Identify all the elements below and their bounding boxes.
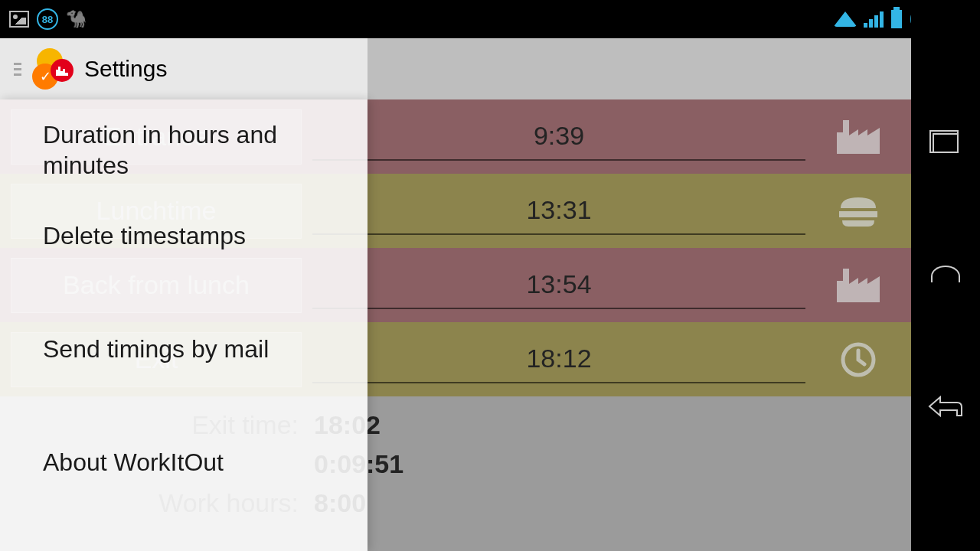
back-button[interactable] xyxy=(928,395,963,418)
app-viewport: ✓ Settings Entrance 9:39 Lunchtime 13:31… xyxy=(0,38,911,551)
page-title: Settings xyxy=(84,56,167,82)
app-icon: ✓ xyxy=(32,48,74,90)
drawer-item-about[interactable]: About WorkItOut xyxy=(0,427,368,497)
action-bar: ✓ Settings xyxy=(0,38,911,99)
picture-icon xyxy=(9,11,29,28)
recent-apps-button[interactable] xyxy=(933,133,959,153)
lunchtime-time-field[interactable]: 13:31 xyxy=(312,187,805,235)
home-button[interactable] xyxy=(931,266,960,282)
factory-icon xyxy=(816,269,900,302)
settings-drawer: Duration in hours and minutes Delete tim… xyxy=(0,99,368,551)
drawer-item-send-mail[interactable]: Send timings by mail xyxy=(0,314,368,384)
android-nav-bar xyxy=(911,0,980,551)
cell-signal-icon xyxy=(864,11,884,28)
android-status-bar: 88 🐪 02:40 xyxy=(0,0,980,38)
drawer-item-duration[interactable]: Duration in hours and minutes xyxy=(0,99,368,201)
burger-icon xyxy=(816,196,900,227)
entrance-time-field[interactable]: 9:39 xyxy=(312,113,805,161)
progress-badge-icon: 88 xyxy=(37,8,58,30)
drawer-toggle-icon[interactable] xyxy=(14,63,21,76)
battery-icon xyxy=(891,10,902,28)
clock-icon xyxy=(816,341,900,378)
wifi-icon xyxy=(834,11,858,27)
camel-icon: 🐪 xyxy=(66,9,87,29)
back-from-lunch-time-field[interactable]: 13:54 xyxy=(312,262,805,309)
exit-time-field[interactable]: 18:12 xyxy=(312,336,805,383)
factory-icon xyxy=(816,120,900,154)
drawer-item-delete-timestamps[interactable]: Delete timestamps xyxy=(0,201,368,271)
